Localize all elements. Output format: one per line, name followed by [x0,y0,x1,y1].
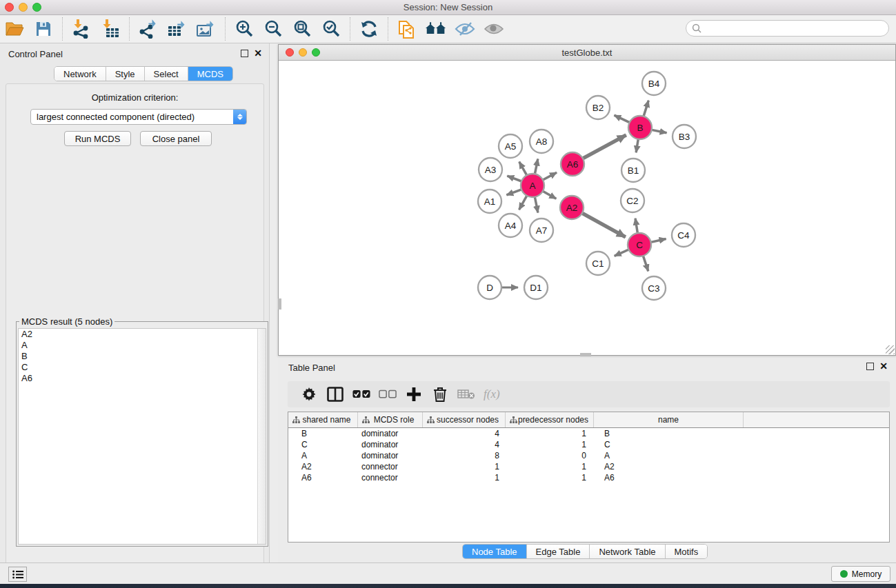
table-row[interactable]: Bdominator41B [288,428,889,439]
tab-network-table[interactable]: Network Table [590,545,665,558]
edge-C-C4[interactable] [651,239,666,243]
edge-A-A5[interactable] [519,162,527,176]
node-D[interactable]: D [478,276,501,299]
edge-B-B3[interactable] [652,130,667,132]
column-header-successor-nodes[interactable]: successor nodes [423,412,506,427]
close-network-button[interactable] [286,48,294,57]
memory-button[interactable]: Memory [831,566,890,582]
node-C3[interactable]: C3 [642,276,666,300]
result-item[interactable]: A6 [19,373,266,384]
run-mcds-button[interactable]: Run MCDS [64,131,131,146]
float-panel-icon[interactable] [241,50,248,57]
edge-B-B4[interactable] [644,101,648,116]
gear-icon[interactable] [300,385,318,403]
resize-grip-icon[interactable] [886,345,895,354]
cell-predecessor_nodes[interactable]: 0 [506,451,594,460]
cell-successor_nodes[interactable]: 8 [423,451,506,460]
node-C2[interactable]: C2 [621,189,644,212]
cell-successor_nodes[interactable]: 4 [423,429,506,438]
edge-C-C2[interactable] [635,219,637,234]
cell-successor_nodes[interactable]: 1 [423,462,506,472]
minimize-network-button[interactable] [299,48,307,57]
edge-C-C3[interactable] [643,256,648,271]
tab-select[interactable]: Select [145,67,188,81]
delete-icon[interactable] [431,385,449,403]
result-item[interactable]: B [19,351,266,362]
maximize-network-button[interactable] [312,48,320,57]
edge-A-A4[interactable] [519,196,527,210]
node-A3[interactable]: A3 [479,158,502,181]
tab-style[interactable]: Style [106,67,145,81]
cell-name[interactable]: A2 [594,462,744,472]
cell-name[interactable]: A [594,451,744,460]
delete-table-icon[interactable] [457,385,475,403]
cell-name[interactable]: C [594,440,744,449]
edge-A-A8[interactable] [535,159,537,174]
cell-name[interactable]: A6 [594,473,744,483]
close-table-panel-icon[interactable]: ✕ [879,363,888,370]
network-canvas[interactable]: B4B2BB3A5A8A6A3B1AC2A1A2A4A7C4CC1C3DD1 [279,61,895,355]
cell-shared_name[interactable]: A [288,451,358,460]
close-panel-icon[interactable]: ✕ [254,50,262,57]
tab-network[interactable]: Network [54,67,106,81]
close-panel-button[interactable]: Close panel [140,131,212,146]
tab-mcds[interactable]: MCDS [188,67,232,81]
node-C1[interactable]: C1 [586,252,610,275]
cell-shared_name[interactable]: C [288,440,358,449]
network-vertical-scrollbar[interactable] [278,298,281,310]
node-A[interactable]: A [521,174,544,197]
show-all-icon[interactable] [484,19,504,39]
open-session-icon[interactable] [4,19,25,39]
node-A2[interactable]: A2 [560,196,584,219]
table-row[interactable]: A2connector11A2 [288,461,889,472]
node-C4[interactable]: C4 [672,223,695,247]
cell-shared_name[interactable]: B [288,429,358,438]
table-row[interactable]: A6connector11A6 [288,472,889,483]
network-horizontal-scrollbar[interactable] [580,353,591,356]
edge-A-A2[interactable] [543,191,557,199]
duplicate-network-icon[interactable] [397,19,417,39]
cell-predecessor_nodes[interactable]: 1 [506,440,594,449]
result-item[interactable]: C [19,362,266,373]
column-header-MCDS-role[interactable]: MCDS role [358,412,423,427]
edge-B-B1[interactable] [636,139,638,153]
scrollbar-track[interactable] [257,329,266,544]
column-header-shared-name[interactable]: shared name [288,412,358,427]
node-B[interactable]: B [628,116,652,139]
cell-shared_name[interactable]: A6 [288,473,358,483]
node-B1[interactable]: B1 [621,159,645,182]
node-A4[interactable]: A4 [499,214,522,237]
table-row[interactable]: Adominator80A [288,450,889,461]
cell-predecessor_nodes[interactable]: 1 [506,462,594,472]
tab-edge-table[interactable]: Edge Table [527,545,590,558]
cell-shared_name[interactable]: A2 [288,462,358,472]
edge-A-A7[interactable] [535,197,538,213]
select-all-icon[interactable] [352,385,370,403]
edge-A2-C[interactable] [582,213,626,237]
edge-B-B2[interactable] [614,115,629,123]
zoom-in-icon[interactable] [234,19,255,39]
zoom-out-icon[interactable] [263,19,283,39]
split-columns-icon[interactable] [326,385,344,403]
import-network-icon[interactable] [71,19,92,39]
node-B2[interactable]: B2 [586,96,610,119]
table-row[interactable]: Cdominator41C [288,439,889,450]
node-A1[interactable]: A1 [478,190,501,213]
tab-motifs[interactable]: Motifs [666,545,708,558]
cell-mcds_role[interactable]: dominator [358,451,423,460]
node-B3[interactable]: B3 [673,125,696,148]
hide-selected-icon[interactable] [455,19,475,39]
save-session-icon[interactable] [33,19,54,39]
home-icon[interactable] [426,19,446,39]
node-D1[interactable]: D1 [524,276,548,299]
criterion-select[interactable]: largest connected component (directed) [30,109,247,125]
result-item[interactable]: A2 [19,329,266,340]
tab-node-table[interactable]: Node Table [463,545,527,558]
cell-successor_nodes[interactable]: 4 [423,440,506,449]
edge-A6-B[interactable] [583,135,626,159]
minimize-window-button[interactable] [19,3,28,12]
export-image-icon[interactable] [196,19,217,39]
cell-mcds_role[interactable]: connector [358,462,423,472]
cell-predecessor_nodes[interactable]: 1 [506,429,594,438]
result-item[interactable]: A [19,340,266,351]
